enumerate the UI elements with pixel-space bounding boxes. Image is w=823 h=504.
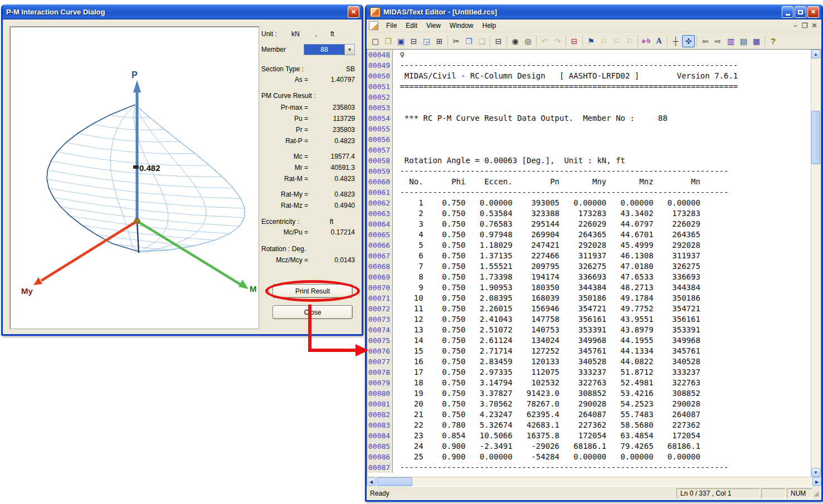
mdi-restore-icon[interactable]: ❐: [800, 22, 810, 30]
editor-line: 00051 ==================================…: [367, 81, 811, 92]
pm-curve-3d-view[interactable]: 0.482 P My M: [9, 26, 259, 329]
line-number: 00049: [367, 60, 393, 71]
caret-mode-icon[interactable]: ┼: [669, 35, 682, 47]
as-row: As = 1.40797: [261, 74, 355, 85]
split-horizontal-icon[interactable]: ▤: [737, 35, 750, 47]
pm-result-row: Mc =19577.4: [261, 151, 355, 162]
horizontal-scrollbar[interactable]: ◀ ▶: [367, 477, 821, 487]
status-num: NUM: [787, 488, 812, 498]
cascade-windows-icon[interactable]: ▦: [750, 35, 763, 47]
new-file-icon[interactable]: ▢: [369, 35, 382, 47]
editor-line: 00076 15 0.750 2.71714 127252 345761 44.…: [367, 346, 811, 356]
page-setup-icon[interactable]: ⊞: [433, 35, 446, 47]
line-text: [393, 102, 395, 113]
print-icon[interactable]: ⊟: [407, 35, 420, 47]
bookmark-next-icon[interactable]: ⚐: [610, 35, 623, 47]
cut-icon[interactable]: ✂: [450, 35, 462, 47]
save-file-icon[interactable]: ▣: [395, 35, 407, 47]
menu-view[interactable]: View: [422, 21, 445, 31]
horizontal-scroll-thumb[interactable]: [377, 477, 412, 486]
minimize-button[interactable]: [782, 6, 793, 18]
find-icon[interactable]: ◉: [509, 35, 522, 47]
split-vertical-icon[interactable]: ▥: [724, 35, 737, 47]
close-button[interactable]: ✕: [807, 6, 819, 18]
line-number: 00056: [367, 134, 393, 145]
bookmark-clear-icon[interactable]: ⚐: [623, 35, 636, 47]
editor-line: 00078 17 0.750 2.97335 112075 333237 51.…: [367, 367, 811, 378]
unit-force: kN: [291, 30, 300, 38]
vertical-scroll-thumb[interactable]: [811, 111, 820, 164]
editor-line: 00056: [367, 134, 811, 145]
editor-line: 00082 21 0.750 4.23247 62395.4 264087 55…: [367, 409, 811, 420]
line-text: Rotation Angle = 0.00063 [Deg.], Unit : …: [393, 155, 625, 166]
menu-help[interactable]: Help: [478, 21, 501, 31]
line-text: 15 0.750 2.71714 127252 345761 44.1334 3…: [393, 346, 700, 356]
editor-line: 00085 24 0.900 -2.3491 -29026 68186.1 79…: [367, 441, 811, 452]
print-result-icon[interactable]: ⊟: [568, 35, 581, 47]
font-icon[interactable]: A: [652, 35, 665, 47]
pm-result-row: Rat-M =0.4823: [261, 173, 355, 184]
line-number: 00073: [367, 314, 393, 325]
find-next-icon[interactable]: ◎: [522, 35, 534, 47]
toolbar-separator: [667, 36, 668, 47]
editor-titlebar[interactable]: MIDAS/Text Editor - [Untitled.rcs] ✕: [367, 4, 821, 19]
scroll-right-icon[interactable]: ▶: [812, 477, 821, 486]
close-button[interactable]: Close: [272, 305, 353, 319]
pm-result-row: Pr-max =235803: [261, 102, 355, 113]
help-icon[interactable]: ?: [767, 35, 780, 47]
undo-icon[interactable]: ↶: [538, 35, 551, 47]
line-text: 6 0.750 1.37135 227466 311937 46.1308 31…: [393, 251, 700, 261]
line-text: 21 0.750 4.23247 62395.4 264087 55.7483 …: [393, 409, 700, 420]
bookmark-toggle-icon[interactable]: ⚑: [585, 35, 597, 47]
dialog-titlebar[interactable]: P-M Interaction Curve Dialog ✕: [3, 4, 362, 19]
scroll-left-icon[interactable]: ◀: [367, 477, 376, 486]
line-number: 00051: [367, 81, 393, 92]
text-area[interactable]: 00048 ♀00049 ---------------------------…: [367, 49, 821, 477]
scroll-up-icon[interactable]: ▲: [811, 50, 820, 58]
mdi-minimize-icon[interactable]: –: [791, 22, 800, 30]
unit-label: Unit :: [261, 30, 277, 38]
unit-row: Unit : kN , ft: [261, 28, 355, 40]
line-text: 4 0.750 0.97948 269904 264365 44.6701 26…: [393, 229, 700, 240]
menu-window[interactable]: Window: [445, 21, 478, 31]
mdi-close-icon[interactable]: ✕: [810, 22, 819, 30]
menu-edit[interactable]: Edit: [401, 21, 422, 31]
line-text: 22 0.780 5.32674 42683.1 227362 58.5680 …: [393, 420, 700, 430]
line-number: 00078: [367, 367, 393, 378]
editor-lines: 00048 ♀00049 ---------------------------…: [367, 50, 811, 477]
nav-forward-icon[interactable]: ⇨: [712, 35, 724, 47]
line-text: 7 0.750 1.55521 209795 326275 47.0180 32…: [393, 261, 700, 272]
resize-grip[interactable]: ◢: [814, 488, 821, 498]
chevron-down-icon[interactable]: ▼: [344, 45, 354, 55]
toolbar-separator: [490, 36, 490, 47]
open-file-icon[interactable]: ❒: [382, 35, 395, 47]
bookmark-prev-icon[interactable]: ⚐: [597, 35, 610, 47]
pm-row-value: 235803: [308, 104, 355, 111]
paste-icon[interactable]: ❑: [475, 35, 488, 47]
print-selection-icon[interactable]: ⊟: [492, 35, 505, 47]
mczmcy-row: Mcz/Mcy = 0.0143: [261, 255, 355, 266]
print-result-button[interactable]: Print Result: [272, 284, 353, 298]
pm-row-label: Pr =: [261, 126, 308, 134]
rotation-label: Rotation : Deg.: [261, 243, 355, 255]
maximize-button[interactable]: [795, 6, 806, 18]
redo-icon[interactable]: ↷: [551, 35, 564, 47]
editor-line: 00055: [367, 124, 811, 134]
replace-icon[interactable]: a·b: [640, 35, 652, 47]
menu-file[interactable]: File: [382, 21, 401, 31]
nav-back-icon[interactable]: ⇦: [699, 35, 712, 47]
line-number: 00060: [367, 177, 393, 187]
line-number: 00069: [367, 272, 393, 282]
print-preview-icon[interactable]: ◲: [420, 35, 433, 47]
vertical-scrollbar[interactable]: ▲ ▼: [811, 50, 821, 477]
pm-row-label: Mr =: [261, 164, 308, 172]
print-result-label: Print Result: [295, 287, 330, 295]
dialog-close-button[interactable]: ✕: [348, 6, 359, 18]
pan-mode-icon[interactable]: ✜: [682, 35, 695, 47]
line-text: 1 0.750 0.00000 393005 0.00000 0.00000 0…: [393, 198, 700, 208]
copy-icon[interactable]: ❐: [462, 35, 475, 47]
scroll-down-icon[interactable]: ▼: [811, 468, 820, 477]
pm-result-rows: Pr-max =235803Pu =113729Pr =235803Rat-P …: [261, 102, 355, 211]
toolbar-separator: [566, 36, 566, 47]
member-dropdown[interactable]: 88 ▼: [304, 44, 355, 55]
